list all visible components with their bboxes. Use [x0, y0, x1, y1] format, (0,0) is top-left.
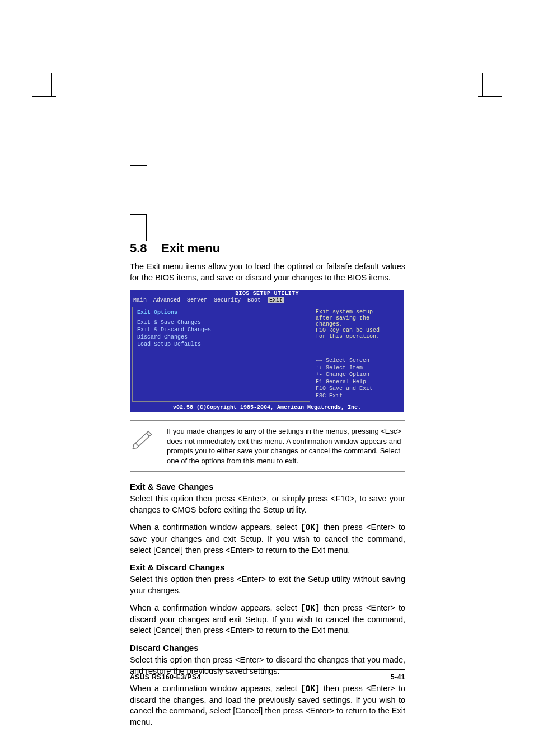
bios-key-line: F10 Save and Exit [316, 386, 399, 393]
bios-option: Exit & Save Changes [137, 319, 305, 326]
bios-tab: Main [133, 297, 147, 303]
section-paragraph: Select this option then press <Enter> to… [130, 574, 405, 596]
bios-help-line: F10 key can be used [316, 327, 399, 334]
bios-tab: Boot [247, 297, 261, 303]
note-icon [130, 426, 154, 453]
bios-title: BIOS SETUP UTILITY [130, 290, 404, 297]
note-text: If you made changes to any of the settin… [167, 426, 405, 466]
page-heading: 5.8Exit menu [130, 241, 405, 256]
heading-number: 5.8 [130, 241, 161, 256]
heading-title: Exit menu [161, 241, 220, 255]
section-heading: Exit & Discard Changes [130, 562, 405, 572]
bios-help-line: changes. [316, 321, 399, 327]
page-footer: ASUS RS160-E3/PS4 5-41 [130, 669, 405, 681]
section-paragraph: When a confirmation window appears, sele… [130, 603, 405, 636]
bios-screenshot: BIOS SETUP UTILITY Main Advanced Server … [130, 290, 404, 412]
bios-option: Exit & Discard Changes [137, 326, 305, 334]
bios-key-line: ESC Exit [316, 393, 399, 400]
bios-tab: Advanced [153, 297, 180, 303]
bios-tab: Security [214, 297, 241, 303]
bios-help-line: Exit system setup [316, 309, 399, 315]
intro-paragraph: The Exit menu items allow you to load th… [130, 261, 405, 283]
bios-help-line: after saving the [316, 315, 399, 321]
section-heading: Exit & Save Changes [130, 482, 405, 491]
bios-options-header: Exit Options [137, 309, 305, 316]
footer-right: 5-41 [391, 673, 405, 681]
bios-tabs: Main Advanced Server Security Boot Exit [130, 297, 404, 304]
bios-key-line: +- Change Option [316, 372, 399, 379]
bios-help-line: for this operation. [316, 334, 399, 340]
bios-right-pane: Exit system setup after saving the chang… [312, 307, 402, 402]
bios-option: Discard Changes [137, 334, 305, 341]
bios-option: Load Setup Defaults [137, 341, 305, 348]
section-paragraph: When a confirmation window appears, sele… [130, 683, 405, 727]
section-paragraph: When a confirmation window appears, sele… [130, 522, 405, 556]
bios-left-pane: Exit Options Exit & Save Changes Exit & … [132, 307, 310, 402]
note-box: If you made changes to any of the settin… [130, 420, 405, 472]
footer-left: ASUS RS160-E3/PS4 [130, 673, 201, 681]
bios-tab-active: Exit [268, 297, 284, 303]
bios-footer: v02.58 (C)Copyright 1985-2004, American … [130, 404, 404, 412]
bios-key-line: ↑↓ Select Item [316, 365, 399, 372]
section-heading: Discard Changes [130, 643, 405, 652]
bios-key-line: ←→ Select Screen [316, 358, 399, 365]
bios-key-line: F1 General Help [316, 379, 399, 386]
section-paragraph: Select this option then press <Enter>, o… [130, 494, 405, 515]
bios-tab: Server [187, 297, 207, 303]
